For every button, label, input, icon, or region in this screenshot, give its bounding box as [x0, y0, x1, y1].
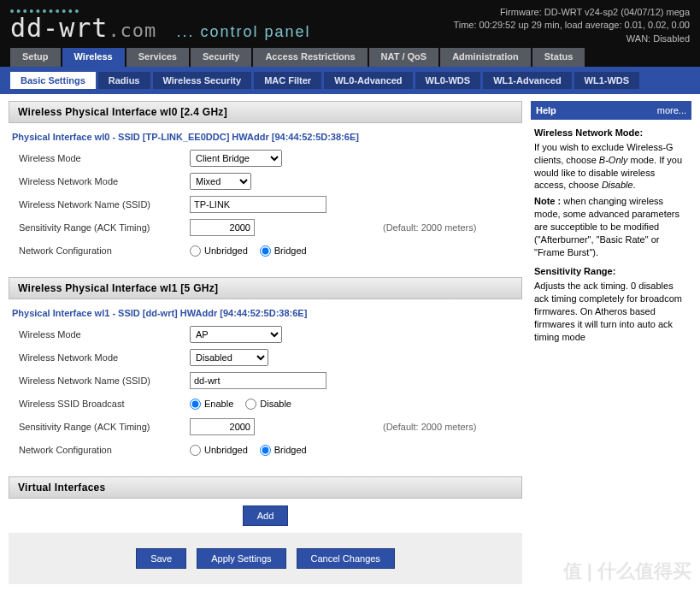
wl1-bcast-label: Wireless SSID Broadcast: [19, 399, 190, 409]
wl0-netmode-select[interactable]: Mixed: [190, 173, 251, 190]
wl0-ssid-input[interactable]: [190, 196, 326, 213]
wl0-netcfg-unbridged-radio[interactable]: [190, 245, 201, 257]
wl0-interface-title: Physical Interface wl0 - SSID [TP-LINK_E…: [10, 127, 521, 145]
sub-tabs: Basic Settings Radius Wireless Security …: [0, 67, 700, 94]
apply-button[interactable]: Apply Settings: [197, 548, 285, 569]
help-note: Note : when changing wireless mode, some…: [534, 195, 688, 258]
logo: dd-wrt.com ... control panel: [10, 9, 311, 43]
wl0-netcfg-bridged-label: Bridged: [274, 245, 307, 256]
wl0-netcfg-unbridged-label: Unbridged: [204, 245, 248, 256]
help-panel: Help more... Wireless Network Mode: If y…: [531, 101, 691, 591]
tab-setup[interactable]: Setup: [10, 48, 61, 67]
wl0-netcfg-bridged-radio[interactable]: [260, 245, 271, 257]
virtual-panel-title: Virtual Interfaces: [9, 476, 522, 499]
wl0-panel-title: Wireless Physical Interface wl0 [2.4 GHz…: [9, 101, 522, 123]
wl1-ssid-input[interactable]: [190, 372, 326, 389]
wl1-ssid-label: Wireless Network Name (SSID): [19, 375, 190, 386]
tab-security[interactable]: Security: [191, 48, 251, 67]
wl1-netmode-select[interactable]: Disabled: [190, 349, 268, 366]
wl1-netcfg-unbridged-radio[interactable]: [190, 445, 201, 456]
wl1-netmode-label: Wireless Network Mode: [19, 352, 190, 363]
save-button[interactable]: Save: [136, 548, 186, 569]
wl1-bcast-enable-label: Enable: [204, 399, 233, 409]
subtab-wl0-advanced[interactable]: WL0-Advanced: [324, 72, 412, 89]
wl0-netmode-label: Wireless Network Mode: [19, 176, 190, 186]
brand-suffix: .com: [108, 20, 156, 41]
firmware-label: Firmware: DD-WRT v24-sp2 (04/07/12) mega: [453, 6, 690, 19]
subtab-wl0-wds[interactable]: WL0-WDS: [415, 72, 481, 89]
wl0-ssid-label: Wireless Network Name (SSID): [19, 199, 190, 210]
help-sens-text: Adjusts the ack timing. 0 disables ack t…: [534, 281, 682, 341]
wl1-sens-input[interactable]: [190, 418, 255, 435]
wl1-netcfg-label: Network Configuration: [19, 445, 190, 455]
subtab-wl1-advanced[interactable]: WL1-Advanced: [483, 72, 571, 89]
add-button[interactable]: Add: [243, 505, 289, 526]
wl1-mode-select[interactable]: AP: [190, 326, 282, 343]
wl1-mode-label: Wireless Mode: [19, 329, 190, 340]
header-info: Firmware: DD-WRT v24-sp2 (04/07/12) mega…: [453, 6, 690, 45]
help-heading-sens: Sensitivity Range:: [534, 265, 688, 278]
wan-label: WAN: Disabled: [453, 33, 690, 45]
wl1-netcfg-bridged-radio[interactable]: [260, 445, 271, 456]
subtab-mac-filter[interactable]: MAC Filter: [254, 72, 321, 89]
subtab-wl1-wds[interactable]: WL1-WDS: [574, 72, 640, 89]
wl1-sens-note: (Default: 2000 meters): [383, 422, 476, 432]
wl0-netcfg-label: Network Configuration: [19, 245, 190, 256]
wl1-bcast-disable-label: Disable: [260, 399, 291, 409]
subtab-basic-settings[interactable]: Basic Settings: [10, 72, 96, 89]
wl1-bcast-enable-radio[interactable]: [190, 399, 201, 410]
watermark: 值 | 什么值得买: [563, 558, 691, 584]
wl0-mode-select[interactable]: Client Bridge: [190, 150, 282, 167]
main-column: Wireless Physical Interface wl0 [2.4 GHz…: [9, 101, 522, 591]
tab-services[interactable]: Services: [126, 48, 189, 67]
wl0-sens-input[interactable]: [190, 219, 255, 236]
brand: dd-wrt: [10, 13, 108, 43]
tab-status[interactable]: Status: [532, 48, 585, 67]
help-heading-mode: Wireless Network Mode:: [534, 127, 688, 139]
wl1-netcfg-bridged-label: Bridged: [274, 445, 307, 455]
help-title: Help: [536, 105, 556, 115]
wl1-bcast-disable-radio[interactable]: [245, 399, 256, 410]
time-label: Time: 00:29:52 up 29 min, load average: …: [453, 19, 690, 32]
wl0-sens-note: (Default: 2000 meters): [383, 222, 476, 233]
help-mode-text: If you wish to exclude Wireless-G client…: [534, 142, 682, 191]
wl1-netcfg-unbridged-label: Unbridged: [204, 445, 248, 455]
header: dd-wrt.com ... control panel Firmware: D…: [0, 0, 700, 48]
tab-access-restrictions[interactable]: Access Restrictions: [253, 48, 367, 67]
tab-wireless[interactable]: Wireless: [62, 48, 125, 67]
tab-nat-qos[interactable]: NAT / QoS: [369, 48, 439, 67]
subtab-wireless-security[interactable]: Wireless Security: [153, 72, 252, 89]
wl0-sens-label: Sensitivity Range (ACK Timing): [19, 222, 190, 233]
cancel-button[interactable]: Cancel Changes: [297, 548, 395, 569]
subtab-radius[interactable]: Radius: [98, 72, 150, 89]
wl1-panel-title: Wireless Physical Interface wl1 [5 GHz]: [9, 277, 522, 299]
tab-administration[interactable]: Administration: [440, 48, 531, 67]
wl1-interface-title: Physical Interface wl1 - SSID [dd-wrt] H…: [10, 303, 521, 322]
tagline: ... control panel: [176, 23, 310, 40]
help-more-link[interactable]: more...: [657, 105, 686, 115]
wl1-sens-label: Sensitivity Range (ACK Timing): [19, 422, 190, 432]
wl0-mode-label: Wireless Mode: [19, 153, 190, 163]
main-tabs: Setup Wireless Services Security Access …: [0, 48, 700, 67]
